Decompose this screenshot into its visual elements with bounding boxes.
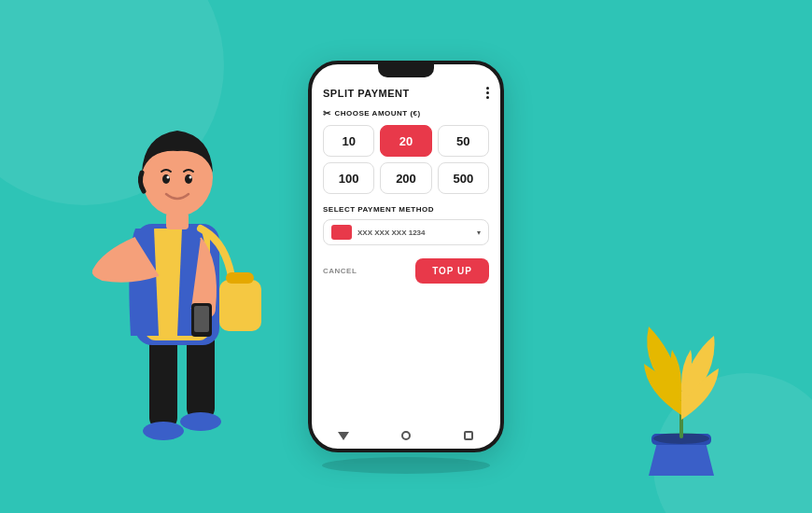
payment-method-label: SELECT PAYMENT METHOD <box>323 205 489 214</box>
chevron-down-icon: ▾ <box>477 229 481 237</box>
phone-bottom-bar <box>312 419 500 449</box>
dot-3 <box>486 96 489 99</box>
svg-rect-7 <box>226 272 254 284</box>
svg-point-2 <box>143 422 184 440</box>
plant-illustration <box>635 317 728 485</box>
amount-grid: 10 20 50 100 200 500 <box>323 125 489 194</box>
dot-1 <box>486 87 489 90</box>
home-nav-button[interactable] <box>397 426 415 445</box>
choose-amount-label: ✂ CHOOSE AMOUNT (€) <box>323 108 489 118</box>
back-icon <box>338 432 349 440</box>
phone-shadow <box>322 457 490 474</box>
cancel-button[interactable]: CANCEL <box>323 267 357 275</box>
amount-btn-500[interactable]: 500 <box>438 162 489 194</box>
phone-notch <box>378 64 434 77</box>
back-nav-button[interactable] <box>334 426 353 445</box>
svg-rect-9 <box>194 306 209 332</box>
amount-btn-100[interactable]: 100 <box>323 162 374 194</box>
amount-btn-10[interactable]: 10 <box>323 125 374 157</box>
amount-btn-50[interactable]: 50 <box>438 125 489 157</box>
svg-point-12 <box>185 174 192 184</box>
payment-dropdown[interactable]: XXX XXX XXX 1234 ▾ <box>323 219 489 245</box>
person-illustration <box>56 28 280 485</box>
scissors-icon: ✂ <box>323 108 331 118</box>
dot-2 <box>486 91 489 94</box>
split-payment-title: SPLIT PAYMENT <box>323 88 410 99</box>
svg-point-14 <box>189 176 192 179</box>
amount-btn-200[interactable]: 200 <box>380 162 431 194</box>
phone-header: SPLIT PAYMENT <box>323 87 489 99</box>
scene: SPLIT PAYMENT ✂ CHOOSE AMOUNT (€) 10 20 … <box>0 0 812 513</box>
topup-button[interactable]: TOP UP <box>415 258 489 284</box>
card-color-indicator <box>331 225 352 240</box>
svg-point-11 <box>162 174 170 184</box>
svg-rect-15 <box>166 213 189 229</box>
home-icon <box>401 431 411 440</box>
svg-point-3 <box>180 412 221 431</box>
recents-nav-button[interactable] <box>459 426 478 445</box>
dots-menu-button[interactable] <box>486 87 489 99</box>
recents-icon <box>464 431 473 440</box>
phone-screen: SPLIT PAYMENT ✂ CHOOSE AMOUNT (€) 10 20 … <box>312 79 500 419</box>
phone-actions: CANCEL TOP UP <box>323 258 489 284</box>
amount-btn-20[interactable]: 20 <box>380 125 431 157</box>
card-number: XXX XXX XXX 1234 <box>357 229 471 237</box>
svg-rect-6 <box>219 280 261 331</box>
phone: SPLIT PAYMENT ✂ CHOOSE AMOUNT (€) 10 20 … <box>308 61 504 452</box>
svg-point-13 <box>167 176 170 179</box>
